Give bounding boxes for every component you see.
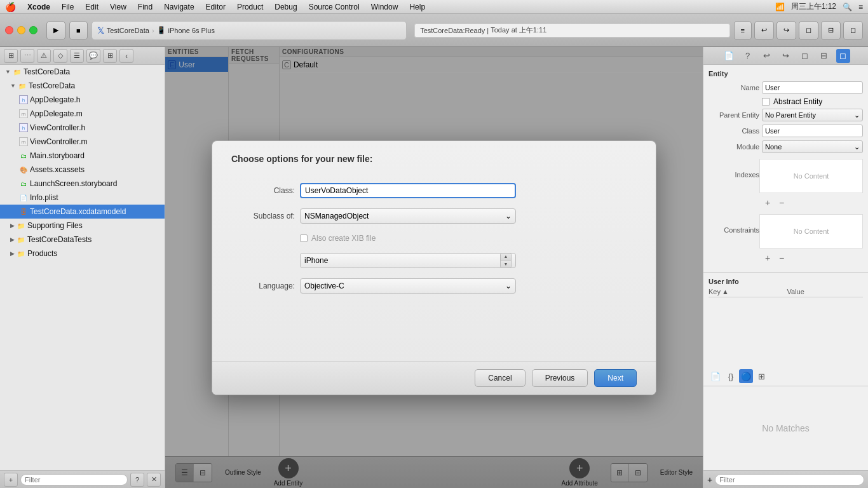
xib-checkbox-label: Also create XIB file [311, 234, 376, 243]
view-toggle-btn-3[interactable]: ↪ [776, 21, 796, 40]
name-value[interactable]: User [762, 81, 863, 94]
xib-checkbox[interactable] [300, 234, 308, 242]
class-input[interactable] [300, 183, 516, 198]
class-value-insp[interactable]: User [762, 125, 863, 137]
inspector-bottom-btn[interactable]: ⊟ [817, 49, 831, 63]
inspector-table-tab[interactable]: ⊞ [754, 369, 768, 383]
clock: 周三上午1:12 [791, 1, 836, 12]
add-constraint-btn[interactable]: + [762, 252, 773, 264]
sidebar-list-btn[interactable]: ☰ [70, 49, 84, 63]
module-select[interactable]: None ⌄ [762, 140, 863, 153]
sidebar-item-appdelegate-h[interactable]: h AppDelegate.h [0, 93, 165, 107]
sidebar-item-viewcontroller-h[interactable]: h ViewController.h [0, 121, 165, 135]
sidebar-item-supporting-files[interactable]: ▶ 📁 Supporting Files [0, 219, 165, 233]
panel-toggle-1[interactable]: ◻ [799, 21, 818, 40]
sidebar-hierarchy-btn[interactable]: ⋯ [20, 49, 34, 63]
dropdown-arrow-icon: ⌄ [505, 281, 512, 290]
sidebar-item-plist[interactable]: 📄 Info.plist [0, 191, 165, 205]
remove-index-btn[interactable]: − [776, 197, 787, 208]
sidebar-item-appdelegate-m[interactable]: m AppDelegate.m [0, 107, 165, 121]
search-icon[interactable]: 🔍 [843, 3, 852, 11]
panel-toggle-3[interactable]: ◻ [843, 21, 863, 40]
sidebar-search-input[interactable] [20, 474, 128, 485]
view-toggle-btn-1[interactable]: ≡ [734, 21, 752, 40]
inspector-file-tab[interactable]: 📄 [709, 369, 722, 383]
menu-product[interactable]: Product [237, 3, 263, 11]
sidebar-extra-btn2[interactable]: ✕ [147, 473, 161, 487]
previous-button[interactable]: Previous [532, 369, 588, 387]
language-select[interactable]: Objective-C ⌄ [300, 278, 516, 294]
sidebar-extra-btn1[interactable]: ? [130, 473, 144, 487]
folder-icon: 📁 [18, 81, 27, 90]
module-label: Module [709, 143, 759, 151]
traffic-lights [5, 26, 37, 34]
add-item-btn[interactable]: + [4, 473, 18, 487]
menu-window[interactable]: Window [371, 3, 398, 11]
sidebar-item-assets[interactable]: 🎨 Assets.xcassets [0, 163, 165, 177]
sidebar-item-root[interactable]: ▼ 📁 TestCoreData [0, 65, 165, 79]
sidebar-toggle-btn[interactable]: ⊞ [4, 49, 18, 63]
inspector-back-btn[interactable]: ↩ [760, 49, 774, 63]
menu-debug[interactable]: Debug [275, 3, 297, 11]
stepper-up-btn[interactable]: ▲ [501, 254, 511, 261]
menu-find[interactable]: Find [138, 3, 153, 11]
indexes-row: Indexes No Content + − [709, 156, 863, 208]
stop-button[interactable]: ■ [69, 21, 88, 40]
inspector-panel-hide-btn[interactable]: ◻ [798, 49, 812, 63]
inspector-forward-btn[interactable]: ↪ [779, 49, 793, 63]
breadcrumb[interactable]: 𝕏 TestCoreData › 📱 iPhone 6s Plus [92, 21, 407, 40]
menu-navigate[interactable]: Navigate [164, 3, 194, 11]
sidebar-item-xcdatamodel[interactable]: 🗄 TestCoreData.xcdatamodeld [0, 205, 165, 219]
inspector-right-btn[interactable]: ◻ [836, 49, 850, 63]
panel-toggle-2[interactable]: ⊟ [821, 21, 841, 40]
sidebar-item-testcoredata[interactable]: ▼ 📁 TestCoreData [0, 79, 165, 93]
sidebar-item-products[interactable]: ▶ 📁 Products [0, 247, 165, 261]
fullscreen-button[interactable] [29, 26, 37, 34]
sidebar-item-launchscreen[interactable]: 🗂 LaunchScreen.storyboard [0, 177, 165, 191]
device-select[interactable]: iPhone ▲ ▼ [300, 253, 516, 268]
run-button[interactable]: ▶ [46, 21, 65, 40]
sidebar-grid-btn[interactable]: ⊞ [103, 49, 117, 63]
module-row: Module None ⌄ [709, 140, 863, 153]
inspector-search-input[interactable] [715, 474, 864, 485]
menu-editor[interactable]: Editor [206, 3, 226, 11]
add-index-btn[interactable]: + [762, 197, 773, 208]
inspector-file-btn[interactable]: 📄 [722, 49, 736, 63]
close-button[interactable] [5, 26, 13, 34]
sidebar-comment-btn[interactable]: 💬 [86, 49, 100, 63]
menu-edit[interactable]: Edit [85, 3, 98, 11]
menu-view[interactable]: View [110, 3, 126, 11]
parent-select[interactable]: No Parent Entity ⌄ [762, 109, 863, 121]
next-button[interactable]: Next [594, 369, 637, 387]
list-icon[interactable]: ≡ [858, 3, 863, 11]
sidebar-item-testcoredatatests[interactable]: ▶ 📁 TestCoreDataTests [0, 233, 165, 247]
modal-overlay: Choose options for your new file: Class:… [165, 47, 703, 488]
add-filter-btn[interactable]: + [707, 475, 712, 485]
sidebar-bookmark-btn[interactable]: ◇ [53, 49, 67, 63]
folder-icon: 📁 [13, 67, 22, 76]
remove-constraint-btn[interactable]: − [776, 252, 787, 264]
subclass-select[interactable]: NSManagedObject ⌄ [300, 208, 516, 224]
cancel-button[interactable]: Cancel [475, 369, 525, 387]
folder-icon: 📁 [17, 221, 25, 230]
device-stepper[interactable]: ▲ ▼ [500, 253, 512, 268]
menu-file[interactable]: File [62, 3, 74, 11]
menu-xcode[interactable]: Xcode [27, 3, 50, 11]
inspector-help-btn[interactable]: ? [741, 49, 755, 63]
minimize-button[interactable] [17, 26, 25, 34]
stepper-down-btn[interactable]: ▼ [501, 261, 511, 268]
inspector-code-tab[interactable]: {} [724, 369, 738, 383]
abstract-checkbox[interactable] [762, 98, 770, 105]
sidebar-warning-btn[interactable]: ⚠ [37, 49, 51, 63]
indexes-controls: + − [762, 197, 787, 208]
menu-source-control[interactable]: Source Control [309, 3, 360, 11]
view-toggle-btn-2[interactable]: ↩ [754, 21, 774, 40]
sidebar-item-main-storyboard[interactable]: 🗂 Main.storyboard [0, 149, 165, 163]
menu-help[interactable]: Help [409, 3, 425, 11]
storyboard-icon: 🗂 [19, 151, 28, 160]
apple-menu[interactable]: 🍎 [5, 2, 16, 12]
sidebar-item-viewcontroller-m[interactable]: m ViewController.m [0, 135, 165, 149]
inspector-entity-tab[interactable]: 🔵 [739, 369, 753, 383]
chevron-right-icon: ▶ [10, 250, 15, 257]
sidebar-back-btn[interactable]: ‹ [119, 49, 133, 63]
